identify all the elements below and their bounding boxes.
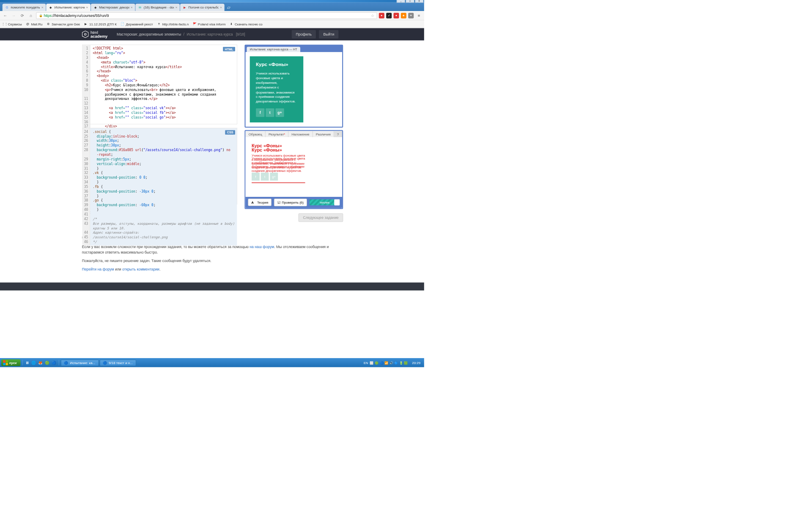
extension-icon[interactable]: ✓ — [386, 13, 392, 18]
logo-text: htmlacademy — [91, 30, 107, 39]
taskbar-item[interactable]: 🔵9/18 текст и н... — [99, 359, 136, 366]
overlay-card: Курс «Фоны» Курс «Фоны» Учимся использов… — [252, 143, 305, 183]
nav-reload-icon[interactable]: ⟳ — [19, 12, 26, 19]
window-close[interactable]: ✕ — [415, 0, 423, 3]
breadcrumb-current: Испытание: карточка курса — [187, 32, 233, 36]
tray-icon[interactable]: 🟢 — [375, 361, 379, 364]
nav-home-icon[interactable]: ⌂ — [27, 12, 34, 19]
overlay-title-2: Курс «Фоны» — [252, 147, 305, 152]
result-panel: ОбразецРезультат*НаложениеРазличия? Курс… — [244, 130, 343, 209]
quick-launch-icon[interactable]: 🦊 — [38, 360, 43, 365]
extension-icon[interactable]: ★ — [401, 13, 406, 18]
bookmark-item[interactable]: ✝http://bible-facts.n — [156, 22, 189, 26]
bookmark-item[interactable]: 📄Державний реєст — [120, 22, 153, 26]
browser-tab[interactable]: ✉(16) Входящие - doo× — [135, 4, 180, 11]
comments-p2: Пожалуйста, не пишите решение задач. Так… — [82, 258, 342, 263]
tab-close-icon[interactable]: × — [86, 6, 88, 9]
language-indicator[interactable]: EN — [364, 361, 368, 364]
bookmark-icon: ⋮⋮ — [3, 22, 7, 26]
html-gutter: 12345678910 1112131415161718 — [82, 45, 90, 139]
result-tab[interactable]: Образец — [245, 131, 265, 137]
bookmark-item[interactable]: 🚩Poland visa inform — [192, 22, 225, 26]
social-icon[interactable]: g+ — [275, 108, 284, 117]
quick-launch-icon[interactable]: 🖥 — [25, 360, 30, 365]
breadcrumb-parent[interactable]: Мастерская: декоративные элементы — [117, 32, 181, 36]
bookmark-item[interactable]: ⋮⋮Сервисы — [3, 22, 22, 26]
result-tab[interactable]: Наложение — [288, 131, 313, 137]
bookmark-label: Запчасти для Gee — [52, 22, 80, 26]
tray-icon[interactable]: 🔊 — [390, 361, 393, 364]
tray-icon[interactable]: 🔋 — [399, 361, 403, 364]
extension-icon[interactable]: ≡ — [408, 13, 414, 18]
open-comments-link[interactable]: открыть комментарии — [122, 267, 159, 271]
window-minimize[interactable]: _ — [397, 0, 405, 3]
tray-icon[interactable]: 🟩 — [404, 361, 408, 364]
html-badge: HTML — [223, 47, 235, 52]
new-tab-button[interactable]: ▱ — [225, 4, 233, 11]
quick-launch-icon[interactable]: 🔵 — [51, 360, 57, 365]
theory-button[interactable]: A Теория — [248, 199, 272, 206]
tab-close-icon[interactable]: × — [41, 6, 44, 9]
tray-icon[interactable]: 🔷 — [394, 361, 398, 364]
css-code[interactable]: .social { display:inline-block; width:30… — [90, 128, 237, 246]
tray-icon[interactable]: ⬜ — [370, 361, 373, 364]
forum-link-inline[interactable]: на наш форум — [250, 244, 274, 248]
site-footer-strip — [0, 282, 424, 290]
bookmark-item[interactable]: ⬇Скачать песню со — [229, 22, 263, 26]
profile-button[interactable]: Профиль — [291, 30, 316, 39]
tray-icon[interactable]: 📶 — [384, 361, 388, 364]
bookmark-icon: ⚙ — [46, 22, 50, 26]
nav-back-icon[interactable]: ← — [2, 12, 8, 19]
progress-knob[interactable] — [334, 199, 340, 205]
check-button[interactable]: ☑Проверить (6) — [274, 199, 307, 206]
social-icon[interactable]: t — [266, 108, 274, 117]
tab-close-icon[interactable]: × — [220, 6, 222, 9]
tray-icon[interactable]: 🔵 — [380, 361, 384, 364]
bookmark-icon: ⬇ — [229, 22, 233, 26]
result-tab[interactable]: ? — [334, 131, 343, 137]
nav-forward-icon[interactable]: → — [11, 12, 17, 19]
taskbar-item[interactable]: 🔵Испытание: ка... — [61, 359, 99, 366]
site-logo[interactable]: htmlacademy — [82, 30, 107, 39]
forum-link[interactable]: Перейти на форум — [82, 267, 114, 271]
bookmark-label: 11.12.2015 ДТП К — [89, 22, 117, 26]
favicon-icon: ◆ — [93, 5, 97, 9]
social-icon[interactable]: f — [256, 108, 264, 117]
extension-icon[interactable]: ● — [394, 13, 399, 18]
tab-close-icon[interactable]: × — [131, 6, 133, 9]
html-code[interactable]: <!DOCTYPE html> <html lang="ru"> <head> … — [90, 45, 237, 139]
bookmark-item[interactable]: ▶11.12.2015 ДТП К — [84, 22, 117, 26]
windows-logo-icon — [3, 360, 8, 365]
svg-point-0 — [85, 33, 86, 35]
quick-launch-icon[interactable]: 🌐 — [31, 360, 36, 365]
browser-tab[interactable]: ◆Испытание: карточк× — [46, 4, 91, 11]
logout-button[interactable]: Выйти — [319, 30, 338, 39]
browser-tab[interactable]: Gпомогите похудеть× — [3, 4, 46, 11]
result-tab[interactable]: Результат* — [266, 131, 288, 137]
site-header: htmlacademy Мастерская: декоративные эле… — [0, 28, 424, 41]
bookmark-label: http://bible-facts.n — [162, 22, 189, 26]
bookmark-label: Сервисы — [8, 22, 22, 26]
star-icon[interactable]: ☆ — [371, 13, 374, 17]
css-editor[interactable]: CSS 2425262728 2930313233343536373839404… — [82, 128, 237, 204]
start-button[interactable]: пуск — [1, 359, 20, 366]
tab-title: Испытание: карточк — [55, 6, 85, 9]
extension-icon[interactable]: ● — [379, 13, 384, 18]
result-tab[interactable]: Различия — [313, 131, 334, 137]
quick-launch-icon[interactable]: 🟢 — [44, 360, 50, 365]
bookmark-item[interactable]: ⚙Запчасти для Gee — [46, 22, 80, 26]
next-task-button[interactable]: Следующее задание — [299, 213, 343, 222]
browser-tab[interactable]: ◆Мастерская: декорат× — [91, 4, 135, 11]
social-icon-ghost: f — [252, 173, 260, 181]
comments-p1: Если у вас возникли сложности при прохож… — [82, 244, 342, 255]
browser-tab[interactable]: ▶Погоня со стрельбой× — [180, 4, 225, 11]
html-editor[interactable]: HTML 12345678910 1112131415161718 <!DOCT… — [82, 45, 237, 124]
os-titlebar: _ □ ✕ — [0, 0, 424, 3]
tab-close-icon[interactable]: × — [176, 6, 178, 9]
tab-title: Погоня со стрельбой — [188, 6, 218, 9]
address-bar[interactable]: 🔒 https://htmlacademy.ru/courses/55/run/… — [36, 12, 377, 19]
window-maximize[interactable]: □ — [406, 0, 414, 3]
bookmark-item[interactable]: @Mail.Ru — [25, 22, 42, 26]
chrome-menu-icon[interactable]: ≡ — [416, 12, 422, 19]
preview-panel: Испытание: карточка курса — HT Курс «Фон… — [244, 45, 343, 128]
